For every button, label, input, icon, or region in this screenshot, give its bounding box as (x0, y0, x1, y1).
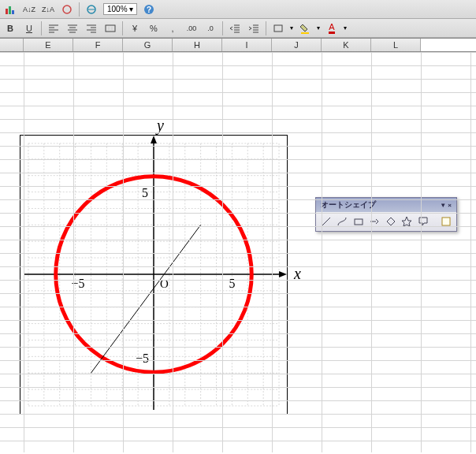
svg-marker-45 (279, 271, 287, 277)
decrease-indent-button[interactable] (228, 21, 242, 35)
svg-marker-50 (402, 217, 411, 226)
help-icon[interactable]: ? (142, 2, 156, 17)
zoom-value: 100% (107, 5, 128, 13)
zoom-combobox[interactable]: 100% ▾ (103, 3, 137, 15)
toolbar-row-2: B U ¥ % , .00 .0 ▾ ▾ A ▾ (0, 19, 476, 38)
bold-button[interactable]: B (3, 21, 17, 35)
comma-button[interactable]: , (165, 21, 180, 35)
align-right-button[interactable] (84, 21, 99, 35)
dropdown-icon[interactable]: ▼ × (440, 202, 452, 209)
percent-button[interactable]: % (147, 21, 161, 35)
column-header[interactable]: G (123, 39, 173, 51)
chevron-down-icon[interactable]: ▾ (290, 24, 293, 32)
xtick-5: 5 (229, 277, 235, 290)
embedded-chart[interactable]: −5 5 5 −5 O y x (20, 135, 288, 415)
align-center-button[interactable] (65, 21, 80, 35)
column-header[interactable]: I (222, 39, 272, 51)
svg-rect-48 (355, 219, 363, 225)
toolbar-separator (122, 21, 123, 35)
hyperlink-icon[interactable] (84, 2, 99, 17)
increase-indent-button[interactable] (247, 21, 261, 35)
toolbar-row-1: A↓Z Z↓A 100% ▾ ? (0, 0, 476, 19)
chevron-down-icon[interactable]: ▾ (344, 24, 347, 32)
chevron-down-icon[interactable]: ▾ (317, 24, 320, 32)
toolbar-separator (266, 21, 266, 35)
column-headers: E F G H I J K L (0, 38, 476, 52)
borders-button[interactable] (271, 21, 285, 35)
svg-rect-0 (6, 9, 8, 14)
svg-marker-49 (387, 218, 395, 225)
column-header[interactable]: L (371, 39, 421, 51)
svg-rect-9 (301, 32, 309, 34)
column-header[interactable]: F (73, 39, 123, 51)
svg-rect-51 (442, 218, 450, 225)
svg-rect-7 (106, 25, 115, 32)
font-color-button[interactable]: A (325, 21, 339, 35)
toolbar-separator (222, 21, 223, 35)
column-header[interactable]: H (173, 39, 222, 51)
merge-cells-button[interactable] (103, 21, 117, 35)
drawing-icon[interactable] (60, 2, 74, 17)
increase-decimal-button[interactable]: .00 (184, 21, 199, 35)
svg-text:?: ? (147, 6, 151, 14)
sort-desc-button[interactable]: Z↓A (41, 2, 55, 17)
toolbar-separator (79, 2, 80, 17)
currency-button[interactable]: ¥ (128, 21, 142, 35)
sort-asc-button[interactable]: A↓Z (22, 2, 36, 17)
svg-rect-1 (9, 6, 11, 14)
align-left-button[interactable] (46, 21, 61, 35)
fill-color-button[interactable] (298, 21, 312, 35)
select-all-corner[interactable] (0, 39, 24, 51)
column-header[interactable]: E (24, 39, 73, 51)
toolbar-separator (41, 21, 42, 35)
ytick-5: 5 (142, 186, 148, 199)
spreadsheet-grid[interactable]: −5 5 5 −5 O y x オートシェイプ ▼ × (0, 52, 476, 452)
svg-rect-8 (274, 25, 282, 32)
column-header[interactable]: K (322, 39, 371, 51)
underline-button[interactable]: U (22, 21, 36, 35)
svg-rect-2 (12, 10, 14, 14)
chart-svg: −5 5 5 −5 O (20, 136, 287, 414)
svg-line-47 (91, 225, 200, 373)
autoshape-title-label: オートシェイプ (321, 199, 376, 210)
svg-marker-43 (151, 136, 157, 143)
svg-point-3 (63, 6, 71, 13)
column-header[interactable]: J (272, 39, 322, 51)
chart-wizard-icon[interactable] (3, 2, 17, 17)
chevron-down-icon: ▾ (129, 5, 133, 13)
decrease-decimal-button[interactable]: .0 (203, 21, 218, 35)
autoshape-buttons (316, 212, 456, 231)
ytick-neg5: −5 (136, 352, 149, 365)
